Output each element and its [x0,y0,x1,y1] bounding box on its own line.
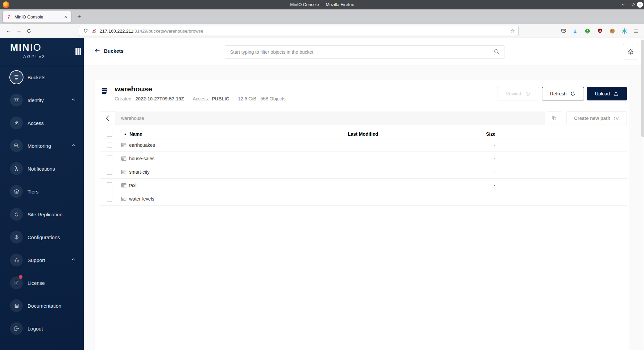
layers-icon [10,185,23,198]
settings-gear-button[interactable] [623,44,638,59]
table-row[interactable]: earthquakes - [100,138,627,152]
tab-title: MinIO Console [14,14,62,19]
sidebar-item-notifications[interactable]: λ Notifications [0,162,84,175]
ublock-icon[interactable]: uO [596,27,604,35]
object-size: - [484,169,495,175]
chevron-up-icon[interactable] [71,98,75,101]
svg-text:uO: uO [598,30,601,32]
objects-table: ▲Name Last Modified Size earthquakes [100,130,627,206]
url-text[interactable]: 217.160.222.211:31429/buckets/warehouse/… [100,29,203,34]
sidebar-item-license[interactable]: License [0,276,84,290]
sidebar-item-documentation[interactable]: Documentation [0,299,84,312]
url-bar[interactable]: 217.160.222.211:31429/buckets/warehouse/… [79,26,519,36]
sidebar-item-site-replication[interactable]: Site Replication [0,208,84,221]
folder-icon [121,196,127,202]
sidebar: MINIO AGPLv3 Buckets Identity [0,38,84,350]
back-to-buckets-link[interactable]: Buckets [94,47,123,54]
documentation-icon [10,299,23,312]
url-host: 217.160.222.211 [100,29,133,34]
row-checkbox[interactable] [107,156,112,161]
back-icon[interactable]: ← [3,26,14,36]
refresh-label: Refresh [550,91,567,96]
rewind-button[interactable]: Rewind [497,87,539,100]
copy-icon [551,115,557,121]
sidebar-item-monitoring[interactable]: Monitoring [0,139,84,152]
scrollbar-thumb[interactable] [641,40,644,137]
cookie-icon[interactable] [608,27,616,35]
tab-minio-console[interactable]: MinIO Console × [3,11,71,23]
sidebar-item-label: Site Replication [28,212,62,217]
row-checkbox[interactable] [107,182,112,188]
filter-objects-input[interactable] [225,45,504,59]
new-tab-button[interactable]: + [74,12,84,21]
tab-close-icon[interactable]: × [62,13,69,20]
create-new-path-button[interactable]: Create new path [567,112,627,125]
object-name: earthquakes [129,142,155,148]
row-checkbox[interactable] [107,142,112,148]
folder-icon [121,169,127,175]
object-name: smart-city [129,169,150,175]
current-path-bar: warehouse [115,112,545,125]
create-new-path-label: Create new path [574,116,610,121]
chevron-up-icon[interactable] [71,258,75,261]
copy-path-button[interactable] [548,112,561,125]
browser-toolbar: ← → 217.160.222.211:31429/buckets/wareho… [0,24,644,38]
rewind-icon [525,91,531,97]
table-row[interactable]: smart-city - [100,165,627,179]
column-header-last-modified[interactable]: Last Modified [348,131,484,137]
page-background: warehouse Created: 2022-10-27T09:57:19Z … [84,66,644,350]
bucket-icon [100,86,109,96]
sidebar-item-access[interactable]: Access [0,116,84,130]
sidebar-item-label: Buckets [28,75,45,80]
bookmark-star-icon[interactable]: ☆ [511,28,515,34]
table-row[interactable]: house-sales - [100,152,627,165]
select-all-checkbox[interactable] [107,131,112,137]
extension-green-icon[interactable] [583,27,591,35]
column-header-size[interactable]: Size [484,131,495,137]
upload-button[interactable]: Upload [587,87,627,100]
created-value: 2022-10-27T09:57:19Z [136,96,184,101]
chevron-left-icon [105,115,110,122]
forward-icon[interactable]: → [13,26,24,36]
minio-logo: MINIO [10,42,42,53]
pocket-icon[interactable] [559,27,568,35]
tab-strip: MinIO Console × + [0,9,644,24]
consent-icon[interactable] [620,27,628,35]
page-scrollbar[interactable] [641,38,644,350]
table-row[interactable]: water-levels - [100,192,627,206]
sidebar-item-logout[interactable]: Logout [0,322,84,335]
row-checkbox[interactable] [107,196,112,202]
current-path: warehouse [121,116,144,121]
table-row[interactable]: taxi - [100,179,627,192]
insecure-lock-icon[interactable] [91,28,97,34]
minio-console-app: MINIO AGPLv3 Buckets Identity [0,38,644,350]
reload-icon[interactable] [23,26,34,36]
sidebar-item-configurations[interactable]: Configurations [0,230,84,244]
sidebar-item-support[interactable]: Support [0,253,84,267]
column-header-name[interactable]: Name [129,131,142,137]
bucket-browser-card: warehouse Created: 2022-10-27T09:57:19Z … [95,80,630,350]
sidebar-item-label: Configurations [28,234,60,240]
minimize-icon[interactable] [620,2,626,8]
shield-permissions-icon[interactable] [83,28,89,34]
sidebar-collapse-icon[interactable] [75,48,81,55]
chevron-up-icon[interactable] [71,144,75,146]
sidebar-item-buckets[interactable]: Buckets [0,71,84,84]
logout-icon [10,322,23,335]
license-tag: AGPLv3 [23,54,45,59]
menu-icon[interactable] [632,27,640,35]
path-back-button[interactable] [100,112,115,125]
access-value: PUBLIC [212,96,229,101]
path-navigation-row: warehouse Create new path [100,112,627,125]
close-icon[interactable]: × [637,2,643,8]
refresh-button[interactable]: Refresh [542,87,584,100]
lambda-icon: λ [10,162,23,175]
folder-icon [121,182,127,188]
sidebar-item-tiers[interactable]: Tiers [0,185,84,198]
maximize-icon[interactable] [630,2,636,8]
row-checkbox[interactable] [107,169,112,175]
download-icon[interactable] [571,27,579,35]
sidebar-item-identity[interactable]: Identity [0,93,84,107]
sort-ascending-icon[interactable]: ▲ [124,132,127,136]
new-path-icon [614,116,620,121]
